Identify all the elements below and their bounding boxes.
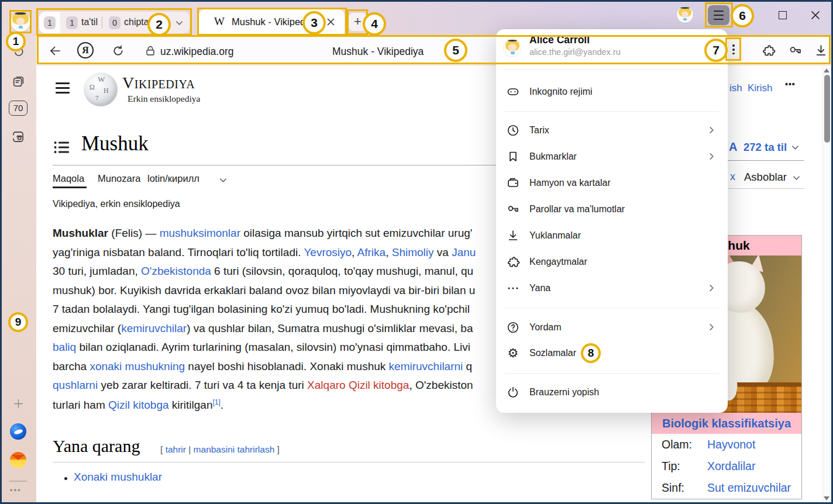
extensions-icon[interactable]: [761, 43, 776, 58]
menu-item-extensions[interactable]: Kengaytmalar: [496, 249, 728, 275]
tools-link-fragment[interactable]: x: [730, 171, 735, 183]
menu-item-downloads[interactable]: Yuklanmalar: [496, 223, 728, 248]
ellipsis-icon: [506, 281, 520, 295]
wallet-icon: [506, 176, 520, 190]
hamburger-icon: [714, 11, 724, 12]
tools-chevron-down-icon[interactable]: [793, 175, 800, 181]
account-email: alice.the.girl@yandex.ru: [529, 47, 621, 57]
infobox-value-link[interactable]: Hayvonot: [707, 434, 755, 455]
downloads-icon[interactable]: [814, 43, 828, 58]
tatil-tab-count[interactable]: 1: [66, 16, 78, 29]
titlebar-avatar[interactable]: [677, 6, 693, 23]
infobox-row: Olam: Hayvonot: [652, 434, 801, 455]
infobox-section-link: Biologik klassifikatsiya: [652, 413, 801, 434]
profile-avatar[interactable]: [11, 12, 30, 32]
account-name: Alice Carroll: [529, 34, 590, 46]
menu-item-settings[interactable]: ⚙ Sozlamalar: [496, 340, 728, 366]
sidebar-more-icon[interactable]: •••: [10, 486, 22, 495]
menu-item-passwords[interactable]: Parollar va ma'lumotlar: [496, 196, 728, 222]
wikipedia-favicon: W: [214, 15, 225, 28]
screenshot-camera-icon[interactable]: [11, 129, 26, 144]
kebab-menu-icon[interactable]: [729, 43, 738, 57]
article-title: Mushuk: [81, 132, 149, 156]
signup-link-fragment[interactable]: ish: [729, 82, 742, 94]
toc-icon[interactable]: [54, 141, 70, 154]
addressbar-page-title: Mushuk - Vikipediya: [332, 44, 424, 58]
menu-item-incognito[interactable]: Inkognito rejimi: [496, 79, 728, 105]
wikipedia-globe-logo[interactable]: WΩH7: [84, 73, 118, 106]
variant-chevron-down-icon[interactable]: [220, 177, 226, 184]
back-icon[interactable]: [48, 44, 62, 58]
sidebar-divider: [9, 481, 27, 482]
language-icon-fragment[interactable]: A: [729, 140, 737, 154]
passwords-key-icon[interactable]: [788, 43, 803, 58]
power-icon: [506, 385, 520, 399]
alice-assistant-icon[interactable]: [10, 423, 26, 440]
lock-icon[interactable]: [144, 44, 157, 57]
download-icon: [506, 229, 520, 243]
language-chevron-down-icon[interactable]: [792, 144, 798, 151]
wiki-wordmark[interactable]: Vikipediya: [122, 74, 195, 92]
chevron-right-icon: [708, 153, 715, 160]
bookmark-icon: [506, 150, 520, 164]
site-subtitle: Vikipediya, erkin ensiklopediya: [53, 199, 180, 209]
wiki-header-more-icon[interactable]: •••: [785, 80, 796, 89]
menu-item-history[interactable]: Tarix: [496, 118, 728, 143]
chipta-tab-label[interactable]: chipta: [124, 16, 149, 29]
url-text[interactable]: uz.wikipedia.org: [160, 44, 233, 58]
speed-score-badge[interactable]: 70: [9, 101, 27, 116]
active-tab-title: Mushuk - Vikipediya: [232, 16, 318, 27]
minimize-button[interactable]: [746, 16, 754, 17]
scrollbar-thumb[interactable]: [824, 75, 830, 143]
infobox-value-link[interactable]: Sut emizuvchilar: [707, 477, 791, 499]
tab-article[interactable]: Maqola: [53, 173, 84, 184]
menu-divider: [504, 111, 720, 112]
scrollbar-up-arrow[interactable]: [824, 68, 829, 73]
wiki-menu-icon[interactable]: [56, 82, 70, 95]
tab-variant[interactable]: lotin/кирилл: [147, 173, 199, 184]
infobox-value-link[interactable]: Xordalilar: [707, 455, 755, 477]
menu-item-close-browser[interactable]: Brauzerni yopish: [496, 379, 728, 405]
edit-links[interactable]: [ tahrir | manbasini tahrirlash ]: [160, 444, 280, 455]
login-link[interactable]: Kirish: [748, 82, 773, 94]
sync-icon[interactable]: [11, 44, 26, 59]
new-tab-button[interactable]: +: [349, 13, 367, 31]
reload-icon[interactable]: [111, 44, 125, 58]
incognito-icon: [506, 85, 520, 99]
puzzle-icon: [506, 255, 520, 269]
browser-window: 1 1 ta'til 0 chipta W Mushuk - Vikipediy…: [0, 0, 833, 504]
notes-icon[interactable]: [11, 74, 26, 89]
menu-item-bookmarks[interactable]: Bukmarklar: [496, 144, 728, 170]
menu-divider: [504, 69, 720, 70]
chevron-right-icon: [708, 285, 715, 291]
yandex-search-icon[interactable]: Я: [77, 42, 94, 58]
browser-menu-button[interactable]: [708, 5, 729, 25]
see-also-link[interactable]: Xonaki mushuklar: [74, 471, 162, 484]
chipta-tab-count[interactable]: 0: [109, 16, 121, 29]
tatil-tab-label[interactable]: ta'til: [81, 16, 98, 29]
tab-close-icon[interactable]: [326, 18, 335, 26]
close-window-button[interactable]: [811, 11, 820, 20]
chevron-right-icon: [708, 324, 715, 330]
menu-item-help[interactable]: Yordam: [496, 315, 728, 340]
menu-item-more[interactable]: Yana: [496, 275, 728, 301]
tab-group-chevron-down-icon[interactable]: [176, 20, 183, 26]
tools-button[interactable]: Asboblar: [744, 171, 787, 184]
infobox-row: Tip: Xordalilar: [652, 455, 801, 477]
history-clock-icon: [506, 123, 520, 137]
tab-talk[interactable]: Munozara: [98, 173, 140, 184]
sidebar-add-icon[interactable]: [12, 398, 25, 410]
see-also-divider: [53, 462, 645, 462]
key-icon: [506, 202, 520, 216]
help-icon: [506, 320, 520, 334]
see-also-heading: Yana qarang: [53, 436, 140, 456]
pinned-tab-count[interactable]: 1: [44, 16, 56, 29]
yandex-mail-icon[interactable]: [10, 452, 26, 468]
maximize-button[interactable]: [779, 11, 787, 19]
language-count-button[interactable]: 272 ta til: [743, 141, 787, 154]
scrollbar-down-arrow[interactable]: [824, 496, 829, 500]
menu-avatar: [504, 39, 521, 57]
chevron-right-icon: [708, 127, 715, 133]
menu-divider: [504, 308, 720, 308]
menu-item-wallet[interactable]: Hamyon va kartalar: [496, 170, 728, 196]
